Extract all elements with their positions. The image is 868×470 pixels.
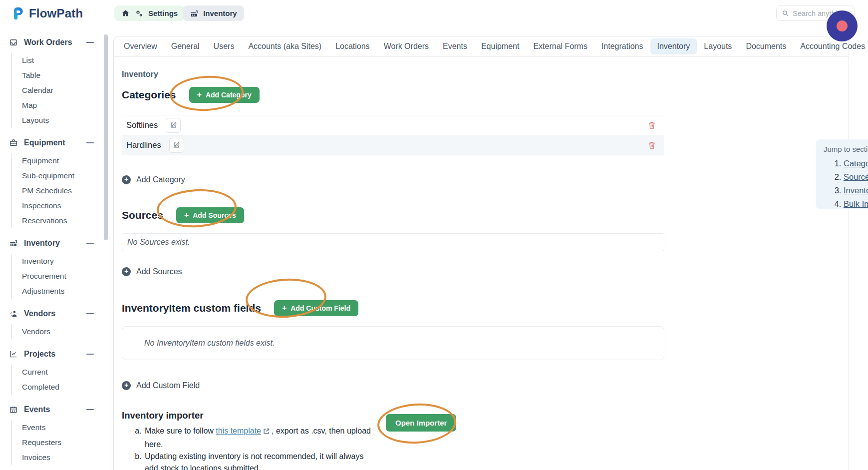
breadcrumb-settings[interactable]: Settings — [114, 5, 185, 21]
open-importer-button[interactable]: Open Importer — [386, 414, 456, 432]
sidebar-item-equipment[interactable]: Equipment — [22, 153, 110, 168]
importer-step-b: Updating existing inventory is not recom… — [144, 451, 378, 470]
home-icon[interactable] — [121, 9, 130, 17]
sidebar-item-layouts[interactable]: Layouts — [22, 113, 110, 128]
jump-item: Categories — [844, 157, 868, 170]
sidebar-section-label: Vendors — [24, 309, 55, 318]
sidebar-item-sub-equipment[interactable]: Sub-equipment — [22, 168, 110, 183]
delete-category-button[interactable] — [647, 121, 656, 130]
add-sources-link[interactable]: + Add Sources — [122, 267, 182, 276]
sidebar-item-inventory[interactable]: Inventory — [22, 254, 110, 269]
edit-category-button[interactable] — [169, 138, 184, 153]
tab-events[interactable]: Events — [436, 38, 474, 54]
tab-accounts[interactable]: Accounts (aka Sites) — [241, 38, 328, 54]
sidebar-item-requesters[interactable]: Requesters — [22, 435, 110, 450]
sidebar-item-completed[interactable]: Completed — [22, 380, 110, 395]
add-category-button[interactable]: + Add Category — [189, 87, 260, 103]
sidebar-section-equipment[interactable]: Equipment — [9, 136, 110, 149]
breadcrumb-inventory[interactable]: Inventory — [183, 5, 244, 21]
tab-work-orders[interactable]: Work Orders — [377, 38, 436, 54]
briefcase-icon — [9, 138, 18, 147]
tab-users[interactable]: Users — [207, 38, 242, 54]
tab-general[interactable]: General — [164, 38, 207, 54]
sidebar-item-calendar[interactable]: Calendar — [22, 83, 110, 98]
tab-layouts[interactable]: Layouts — [697, 38, 739, 54]
tab-documents[interactable]: Documents — [739, 38, 793, 54]
breadcrumb-inventory-label: Inventory — [203, 9, 237, 17]
add-sources-button[interactable]: + Add Sources — [176, 207, 244, 223]
custom-fields-empty-text: No InventoryItem custom fields exist. — [144, 339, 275, 348]
sidebar-item-reservations[interactable]: Reservations — [22, 213, 110, 228]
plus-circle-icon: + — [122, 267, 131, 276]
sidebar-scrollbar[interactable] — [104, 34, 108, 240]
template-link[interactable]: this template — [216, 427, 261, 435]
add-custom-field-button[interactable]: + Add Custom Field — [274, 300, 358, 316]
sidebar-section-label: Events — [24, 405, 50, 414]
user-avatar[interactable] — [827, 10, 858, 41]
sources-empty-box: No Sources exist. — [122, 233, 664, 251]
breadcrumb: Settings Inventory — [114, 5, 244, 21]
jump-to-section-panel: Jump to section Categories Sources Inven… — [816, 139, 868, 209]
custom-fields-empty-box: No InventoryItem custom fields exist. — [122, 326, 664, 360]
sidebar-section-events[interactable]: Events — [9, 403, 110, 416]
collapse-icon[interactable] — [86, 142, 94, 143]
sidebar-section-projects[interactable]: Projects — [9, 347, 110, 361]
category-name: Softlines — [126, 120, 158, 130]
collapse-icon[interactable] — [86, 313, 94, 314]
sidebar-section-work-orders[interactable]: Work Orders — [9, 35, 110, 49]
jump-item: Sources — [844, 170, 868, 184]
sources-empty-text: No Sources exist. — [127, 238, 190, 247]
main-area: Overview General Users Accounts (aka Sit… — [110, 26, 868, 470]
tab-locations[interactable]: Locations — [328, 38, 377, 54]
sidebar-item-events[interactable]: Events — [22, 420, 110, 435]
add-category-link[interactable]: + Add Category — [122, 175, 185, 184]
custom-fields-heading: InventoryItem custom fields — [122, 302, 261, 314]
sidebar-section-vendors[interactable]: Vendors — [9, 307, 110, 320]
breadcrumb-settings-label: Settings — [148, 9, 178, 17]
sidebar-item-vendors[interactable]: Vendors — [22, 324, 110, 339]
flowpath-logo-icon — [11, 6, 25, 20]
delete-category-button[interactable] — [647, 141, 656, 150]
external-link-icon — [263, 428, 270, 437]
sidebar-item-current[interactable]: Current — [22, 365, 110, 380]
sidebar-item-list[interactable]: List — [22, 53, 110, 68]
edit-category-button[interactable] — [166, 118, 181, 133]
categories-heading: Categories — [122, 89, 176, 101]
jump-link-inventory-custom-fields[interactable]: Inventory Custom Fields — [844, 186, 868, 195]
sidebar-item-adjustments[interactable]: Adjustments — [22, 284, 110, 299]
collapse-icon[interactable] — [86, 354, 94, 355]
sidebar-item-table[interactable]: Table — [22, 68, 110, 83]
jump-link-bulk-importer[interactable]: Bulk Importer — [844, 199, 868, 208]
tab-inventory[interactable]: Inventory — [650, 38, 697, 54]
tab-external-forms[interactable]: External Forms — [526, 38, 594, 54]
tab-accounting-codes[interactable]: Accounting Codes — [793, 38, 868, 54]
collapse-icon[interactable] — [86, 42, 94, 43]
sidebar-section-inventory[interactable]: Inventory — [9, 236, 110, 250]
tab-equipment[interactable]: Equipment — [474, 38, 527, 54]
add-custom-field-link[interactable]: + Add Custom Field — [122, 381, 200, 390]
tab-integrations[interactable]: Integrations — [594, 38, 650, 54]
collapse-icon[interactable] — [86, 243, 94, 244]
sidebar-item-pm-schedules[interactable]: PM Schedules — [22, 183, 110, 198]
vendors-icon — [9, 309, 18, 318]
table-row: Softlines — [122, 115, 664, 135]
sidebar-section-label: Equipment — [24, 138, 65, 147]
jump-link-categories[interactable]: Categories — [844, 159, 868, 168]
jump-title: Jump to section — [824, 145, 868, 153]
tab-overview[interactable]: Overview — [117, 38, 164, 54]
collapse-icon[interactable] — [86, 409, 94, 410]
sidebar-item-map[interactable]: Map — [22, 98, 110, 113]
sidebar-item-procurement[interactable]: Procurement — [22, 269, 110, 284]
trash-icon — [647, 121, 656, 130]
app-logo[interactable]: FlowPath — [0, 6, 110, 20]
app-title: FlowPath — [29, 6, 83, 20]
sidebar-section-label: Projects — [24, 350, 55, 359]
jump-link-sources[interactable]: Sources — [844, 172, 868, 181]
sidebar-item-inspections[interactable]: Inspections — [22, 198, 110, 213]
top-bar: FlowPath Settings Invento — [0, 0, 868, 26]
table-row: Hardlines — [122, 135, 664, 155]
search-icon — [782, 9, 789, 17]
jump-item: Bulk Importer — [844, 197, 868, 211]
sidebar-item-invoices[interactable]: Invoices — [22, 450, 110, 465]
edit-icon — [170, 121, 177, 129]
